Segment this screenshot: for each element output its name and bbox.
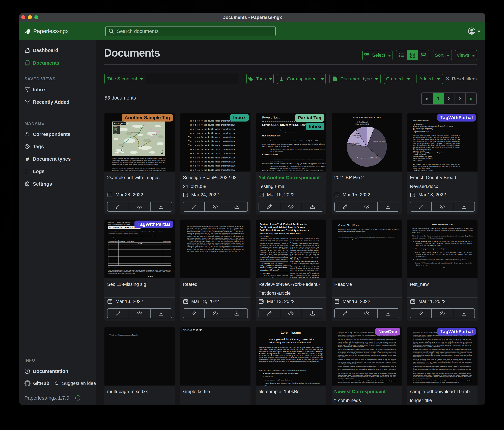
- svg-text:Legend: Legend: [114, 126, 117, 127]
- svg-text:Normal, 150, 30%: Normal, 150, 30%: [373, 141, 385, 142]
- svg-text:Isolated Systolic: Isolated Systolic: [357, 121, 368, 123]
- svg-text:𝑎\𝒲: 𝑎\𝒲: [138, 242, 143, 245]
- svg-text:65, 13%: 65, 13%: [350, 144, 355, 146]
- svg-text:△ Day1: △ Day1: [114, 128, 117, 129]
- svg-text:Hypertension, 31, 6%: Hypertension, 31, 6%: [355, 123, 370, 125]
- svg-text:△ Day2: △ Day2: [114, 129, 117, 130]
- svg-text:?: ?: [26, 370, 28, 373]
- svg-text:New Found Island: New Found Island: [131, 132, 139, 133]
- svg-text:44, 9%: 44, 9%: [355, 137, 359, 138]
- svg-text:Google Earth: Google Earth: [114, 152, 124, 154]
- svg-text:Half Dog Island: Half Dog Island: [145, 138, 152, 139]
- svg-text:Hypertension,: Hypertension,: [352, 135, 362, 136]
- svg-text:Stage 1 Hypertension,: Stage 1 Hypertension,: [345, 142, 360, 144]
- svg-text:Boundary Waters Trip: Boundary Waters Trip: [114, 123, 130, 125]
- svg-text:Course Name: Course Name: [126, 241, 134, 242]
- svg-text:Stage 2: Stage 2: [354, 133, 360, 134]
- svg-text:#: #: [26, 156, 29, 162]
- svg-text:Pre-hypertension, , 212, 42%: Pre-hypertension, , 212, 42%: [357, 157, 377, 159]
- svg-text:△ Day4: △ Day4: [114, 131, 117, 132]
- svg-text:N: N: [162, 150, 163, 151]
- svg-text:Patient BP Distribution 2011: Patient BP Distribution 2011: [353, 116, 381, 119]
- svg-text:i: i: [77, 396, 78, 400]
- svg-text:Provider #: Provider #: [119, 241, 125, 242]
- svg-text:©2022 Google: ©2022 Google: [114, 154, 119, 155]
- svg-text:Contact Hours: Contact Hours: [163, 241, 171, 242]
- svg-text:Friday Bay: Friday Bay: [153, 134, 157, 135]
- svg-text:Charles Island: Charles Island: [124, 150, 131, 151]
- svg-text:Completion Date: Completion Date: [109, 241, 118, 242]
- svg-text:△ Day3: △ Day3: [114, 130, 117, 131]
- svg-text:△ Day5: △ Day5: [114, 133, 117, 134]
